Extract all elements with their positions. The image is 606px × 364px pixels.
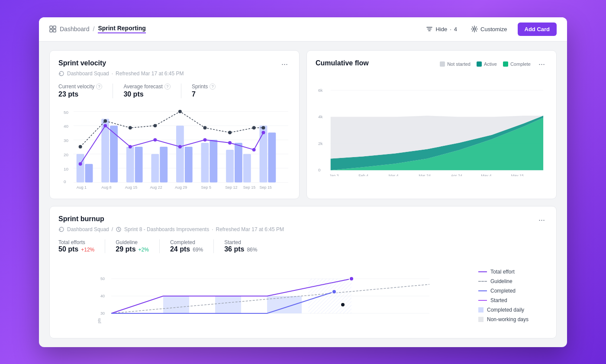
te-label: Total efforts: [58, 239, 94, 245]
customize-button[interactable]: Customize: [467, 23, 510, 35]
breadcrumb-separator: /: [93, 26, 95, 32]
guideline-color: [478, 281, 487, 282]
svg-text:Mar 24: Mar 24: [419, 174, 431, 176]
burnup-refreshed: Refreshed Mar 17 at 6:45 PM: [216, 226, 284, 232]
dashboard-icon: [49, 26, 56, 32]
app-window: Dashboard / Sprint Reporting Hide · 4 Cu…: [39, 17, 567, 347]
svg-rect-24: [160, 147, 168, 182]
bl-nonworking: Non-working days: [478, 316, 548, 322]
svg-point-43: [79, 162, 82, 165]
svg-rect-20: [110, 126, 118, 182]
cf-card-header: Cumulative flow Not started Active: [316, 59, 548, 69]
hide-count: 4: [454, 26, 457, 32]
svg-rect-92: [267, 296, 302, 313]
af-hint: ?: [164, 84, 171, 90]
filter-icon: [426, 26, 433, 32]
sprint-velocity-card: Sprint velocity ··· Dashboard Squad · Re…: [49, 50, 300, 199]
svg-text:May 4: May 4: [481, 174, 491, 176]
velocity-squad: Dashboard Squad: [67, 71, 109, 77]
svg-rect-27: [201, 143, 209, 182]
svg-rect-90: [163, 296, 189, 313]
svg-text:30: 30: [100, 311, 105, 316]
svg-rect-29: [226, 149, 234, 182]
started-metric: Started 36 pts 86%: [224, 239, 257, 253]
gl-change: +2%: [139, 247, 149, 253]
svg-rect-21: [126, 147, 134, 182]
not-started-legend: Not started: [440, 61, 471, 67]
svg-rect-91: [215, 296, 241, 313]
svg-rect-28: [210, 140, 217, 182]
cf-chart: 0 2k 4k 6k: [316, 72, 548, 176]
svg-point-40: [228, 131, 232, 134]
svg-text:May 15: May 15: [511, 174, 524, 176]
metric-divider-1: [113, 84, 113, 98]
burnup-legend: Total effort Guideline Completed Started: [478, 258, 548, 329]
cv-hint: ?: [96, 84, 102, 90]
gl-value: 29 pts: [116, 245, 135, 253]
current-velocity-metric: Current velocity ? 23 pts: [58, 84, 102, 98]
gl-value-row: 29 pts +2%: [116, 245, 149, 253]
gl-label: Guideline: [116, 239, 149, 245]
svg-point-44: [103, 124, 107, 127]
nonworking-color: [478, 317, 484, 322]
co-value: 24 pts: [170, 245, 190, 253]
svg-point-96: [341, 303, 345, 307]
svg-point-45: [129, 145, 132, 148]
burnup-chart-area: 30 40 50 pts: [58, 258, 471, 329]
af-value: 30 pts: [123, 90, 171, 98]
sprint-icon: [116, 226, 122, 232]
main-content: Sprint velocity ··· Dashboard Squad · Re…: [39, 42, 567, 347]
bl-completed-daily: Completed daily: [478, 307, 548, 313]
svg-text:Jan 3: Jan 3: [329, 174, 339, 176]
top-nav: Dashboard / Sprint Reporting Hide · 4 Cu…: [39, 17, 567, 42]
svg-point-35: [103, 119, 107, 122]
svg-text:40: 40: [100, 294, 105, 298]
svg-text:0: 0: [318, 168, 321, 172]
svg-point-41: [252, 126, 256, 129]
sp-hint: ?: [210, 84, 216, 90]
add-card-button[interactable]: Add Card: [518, 23, 557, 36]
svg-text:pts: pts: [97, 318, 101, 323]
svg-point-42: [261, 126, 265, 129]
customize-label: Customize: [480, 26, 507, 32]
velocity-refreshed: Refreshed Mar 17 at 6:45 PM: [116, 71, 184, 77]
svg-rect-3: [53, 29, 56, 32]
svg-point-46: [153, 138, 157, 142]
velocity-more-button[interactable]: ···: [279, 59, 290, 69]
burnup-sprint: Sprint 8 - Dashboards Improvements: [124, 226, 209, 232]
svg-point-37: [153, 124, 157, 127]
sprint-burnup-card: Sprint burnup ··· Dashboard Squad / Spri…: [49, 206, 557, 338]
total-effort-color: [478, 271, 487, 272]
burnup-title: Sprint burnup: [58, 215, 104, 223]
svg-text:2k: 2k: [318, 141, 323, 145]
svg-point-94: [349, 277, 354, 281]
hide-button[interactable]: Hide · 4: [422, 23, 461, 35]
svg-text:Aug 15: Aug 15: [125, 185, 137, 190]
completed-metric: Completed 24 pts 69%: [170, 239, 214, 253]
top-row: Sprint velocity ··· Dashboard Squad · Re…: [49, 50, 557, 199]
cf-more-button[interactable]: ···: [536, 59, 548, 69]
bl-guideline: Guideline: [478, 278, 548, 284]
dashboard-link[interactable]: Dashboard: [60, 26, 90, 32]
svg-rect-18: [85, 164, 93, 182]
svg-rect-0: [50, 26, 52, 29]
svg-text:50: 50: [100, 277, 105, 281]
svg-text:Sep 15: Sep 15: [260, 185, 272, 190]
svg-rect-25: [176, 126, 184, 182]
svg-text:Sep 15: Sep 15: [243, 185, 255, 190]
velocity-subtitle: Dashboard Squad · Refreshed Mar 17 at 6:…: [58, 71, 290, 77]
svg-rect-23: [151, 154, 159, 182]
current-page-label: Sprint Reporting: [98, 25, 145, 33]
burnup-more-button[interactable]: ···: [536, 215, 548, 225]
bl-completed: Completed: [478, 288, 548, 294]
burnup-squad: Dashboard Squad: [67, 226, 109, 232]
velocity-card-header: Sprint velocity ···: [58, 59, 290, 69]
te-value: 50 pts: [58, 245, 78, 253]
te-change: +12%: [81, 247, 94, 253]
bl-started: Started: [478, 297, 548, 303]
cf-title: Cumulative flow: [316, 59, 369, 67]
svg-point-34: [79, 145, 82, 148]
avg-forecast-metric: Average forecast ? 30 pts: [123, 84, 171, 98]
cf-chart-svg: 0 2k 4k 6k: [316, 72, 548, 176]
svg-text:Aug 8: Aug 8: [101, 185, 111, 190]
